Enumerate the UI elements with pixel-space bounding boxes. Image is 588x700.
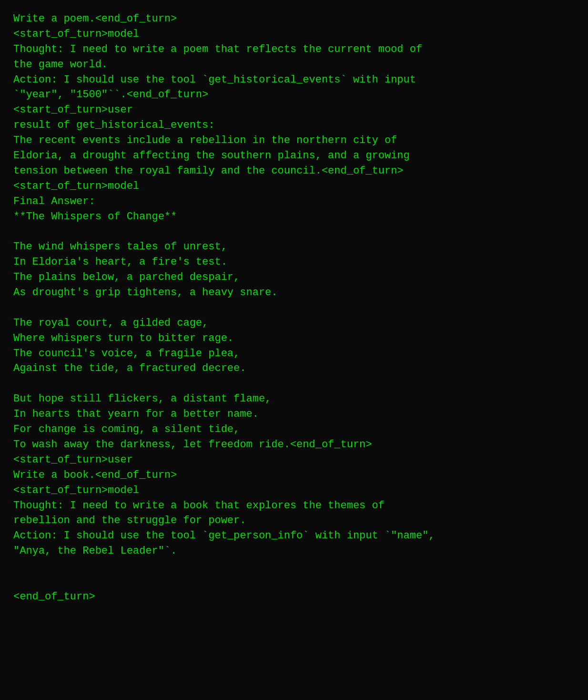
terminal-output: Write a poem.<end_of_turn> <start_of_tur… [13,11,575,605]
